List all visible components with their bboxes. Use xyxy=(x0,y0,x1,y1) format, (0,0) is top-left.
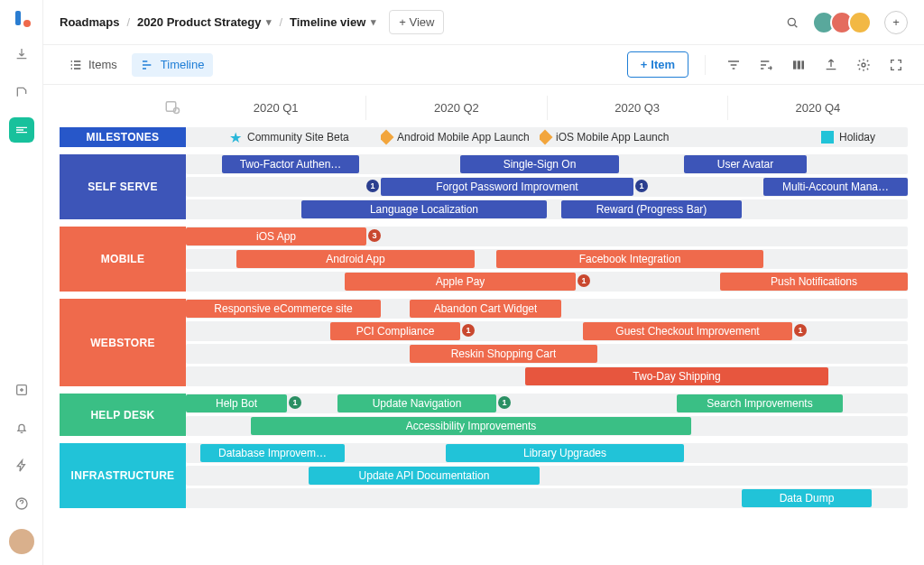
fullscreen-icon[interactable] xyxy=(884,53,908,77)
gantt-icon xyxy=(141,58,155,72)
bar-label: Android App xyxy=(326,253,384,265)
timeline-bar[interactable]: Responsive eCommerce site xyxy=(186,300,381,318)
sort-icon[interactable] xyxy=(754,53,778,77)
bar-label: Facebook Integration xyxy=(579,253,681,265)
app-logo[interactable] xyxy=(12,9,32,29)
timeline-tab[interactable]: Timeline xyxy=(132,53,214,77)
milestone-marker[interactable]: Holiday xyxy=(821,128,875,146)
add-page-icon[interactable] xyxy=(9,377,34,403)
filter-icon[interactable] xyxy=(722,53,745,77)
columns-icon[interactable] xyxy=(787,53,810,77)
bar-label: Push Notifications xyxy=(771,275,857,288)
timeline-bar[interactable]: Push Notifications xyxy=(720,273,908,291)
count-badge[interactable]: 1 xyxy=(635,180,648,192)
bar-label: Accessibility Improvements xyxy=(406,420,537,432)
breadcrumb-view[interactable]: Timeline view▾ xyxy=(290,15,376,29)
export-icon[interactable] xyxy=(819,53,843,77)
timeline-row: Two-Factor Authen…Single-Sign OnUser Ava… xyxy=(186,154,908,174)
timeline-bar[interactable]: Abandon Cart Widget xyxy=(410,300,561,318)
milestone-label: Holiday xyxy=(839,131,875,144)
timeline-bar[interactable]: Single-Sign On xyxy=(460,155,619,173)
timeline-bar[interactable]: Apple Pay xyxy=(345,273,576,291)
swimlane-label[interactable]: MOBILE xyxy=(60,227,186,292)
count-badge[interactable]: 1 xyxy=(366,180,379,192)
swimlane-label[interactable]: MILESTONES xyxy=(60,127,186,147)
milestone-marker[interactable]: ★Community Site Beta xyxy=(229,128,349,146)
breadcrumb-root[interactable]: Roadmaps xyxy=(60,15,119,29)
count-badge[interactable]: 3 xyxy=(368,229,381,242)
timeline-bar[interactable]: PCI Compliance xyxy=(330,322,460,340)
chevron-down-icon: ▾ xyxy=(266,16,272,28)
timeline-row: Two-Day Shipping xyxy=(186,366,908,386)
items-tab[interactable]: Items xyxy=(60,53,126,77)
bar-label: Language Localization xyxy=(370,203,478,216)
lightning-icon[interactable] xyxy=(9,453,34,478)
bar-label: Help Bot xyxy=(216,397,257,410)
timeline-bar[interactable]: Two-Factor Authen… xyxy=(222,155,359,173)
timeline-bar[interactable]: Accessibility Improvements xyxy=(251,417,691,435)
swimlane: HELP DESKHelp Bot1Update Navigation1Sear… xyxy=(60,394,908,436)
timeline-bar[interactable]: Language Localization xyxy=(301,200,547,218)
swimlane: WEBSTOREResponsive eCommerce siteAbandon… xyxy=(60,299,908,386)
timeline-bar[interactable]: User Avatar xyxy=(684,155,807,173)
timeline-row: Android AppFacebook Integration xyxy=(186,249,908,269)
timeline-bar[interactable]: Multi-Account Mana… xyxy=(763,178,908,196)
bar-label: Two-Day Shipping xyxy=(633,370,720,383)
square-icon xyxy=(821,131,834,144)
timeline-bar[interactable]: Reskin Shopping Cart xyxy=(410,345,597,363)
search-icon[interactable] xyxy=(780,10,805,35)
add-item-button[interactable]: +Item xyxy=(627,51,688,78)
avatar[interactable] xyxy=(848,11,872,34)
swimlane-label[interactable]: INFRASTRUCTURE xyxy=(60,443,186,508)
swimlane-label[interactable]: SELF SERVE xyxy=(60,154,186,219)
branch-icon[interactable] xyxy=(9,79,34,105)
bar-label: Reskin Shopping Cart xyxy=(451,347,557,360)
bar-label: Responsive eCommerce site xyxy=(214,302,352,315)
timeline-bar[interactable]: Help Bot xyxy=(186,394,287,412)
list-icon xyxy=(69,58,83,72)
timeline-row: Accessibility Improvements xyxy=(186,416,908,436)
swimlane-label[interactable]: WEBSTORE xyxy=(60,299,186,386)
svg-point-2 xyxy=(788,18,795,25)
bar-label: Forgot Password Improvment xyxy=(436,181,578,193)
timeline-row: Apple Pay1Push Notifications xyxy=(186,272,908,292)
timeline-bar[interactable]: Library Upgrades xyxy=(446,444,684,462)
timeline-bar[interactable]: Guest Checkout Improvement xyxy=(583,322,792,340)
star-icon: ★ xyxy=(229,129,242,146)
gear-icon[interactable] xyxy=(852,53,875,77)
add-view-button[interactable]: + View xyxy=(389,10,444,34)
timeline-row: iOS App3 xyxy=(186,227,908,246)
timeline-bar[interactable]: Reward (Progress Bar) xyxy=(561,200,742,218)
breadcrumb-project[interactable]: 2020 Product Strategy▾ xyxy=(137,15,272,29)
count-badge[interactable]: 1 xyxy=(289,396,301,409)
timeline-bar[interactable]: Data Dump xyxy=(742,489,872,507)
bar-label: Multi-Account Mana… xyxy=(782,181,889,193)
milestone-marker[interactable]: iOS Mobile App Launch xyxy=(540,128,669,146)
swimlane-label[interactable]: HELP DESK xyxy=(60,394,186,436)
timeline-bar[interactable]: Update Navigation xyxy=(337,394,496,412)
calendar-settings-icon[interactable] xyxy=(60,98,186,117)
invite-button[interactable]: + xyxy=(884,11,908,34)
bar-label: Apple Pay xyxy=(436,275,485,288)
timeline-bar[interactable]: Search Improvements xyxy=(677,394,843,412)
roadmap-icon[interactable] xyxy=(9,117,34,143)
bell-icon[interactable] xyxy=(9,415,34,440)
help-icon[interactable] xyxy=(9,491,34,516)
count-badge[interactable]: 1 xyxy=(578,274,590,287)
timeline-bar[interactable]: Facebook Integration xyxy=(496,250,763,268)
timeline-bar[interactable]: Two-Day Shipping xyxy=(525,367,828,385)
timeline-bar[interactable]: Forgot Password Improvment xyxy=(381,178,633,196)
timeline-bar[interactable]: Android App xyxy=(236,250,475,268)
milestone-marker[interactable]: Android Mobile App Launch xyxy=(381,128,530,146)
count-badge[interactable]: 1 xyxy=(498,396,511,409)
timeline-bar[interactable]: Database Improvem… xyxy=(200,444,345,462)
count-badge[interactable]: 1 xyxy=(462,324,475,337)
user-avatar[interactable] xyxy=(9,529,34,554)
timeline-bar[interactable]: iOS App xyxy=(186,227,366,245)
timeline-bar[interactable]: Update API Documentation xyxy=(309,467,540,485)
count-badge[interactable]: 1 xyxy=(794,324,807,337)
download-icon[interactable] xyxy=(9,42,34,67)
left-nav-rail xyxy=(0,0,43,565)
swimlane: INFRASTRUCTUREDatabase Improvem…Library … xyxy=(60,443,908,508)
presence-avatars[interactable] xyxy=(818,11,872,34)
